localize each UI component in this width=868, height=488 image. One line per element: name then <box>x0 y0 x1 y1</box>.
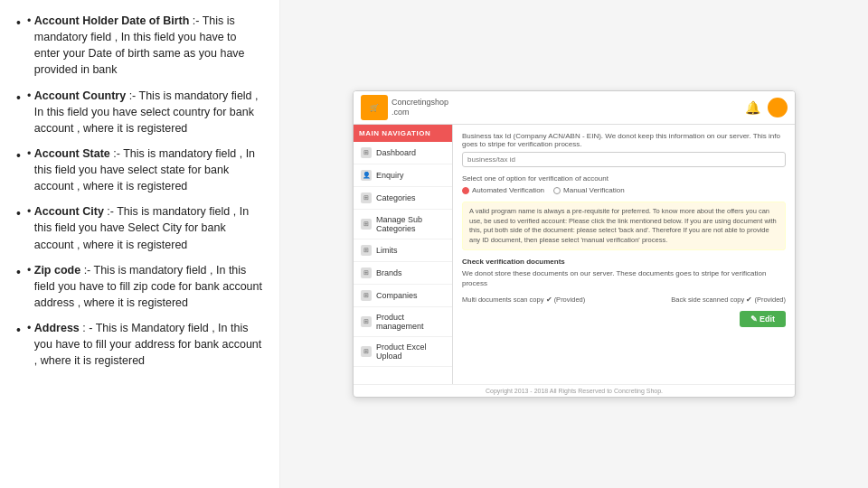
sidebar-label-brands: Brands <box>376 268 402 277</box>
list-item-text: Zip code :- This is mandatory field , In… <box>34 262 263 311</box>
sidebar-item-product-management[interactable]: ⊞ Product management <box>354 307 452 337</box>
list-item-text: Account Holder Date of Birth :- This is … <box>34 13 263 79</box>
sidebar-label-limits: Limits <box>376 246 398 255</box>
sidebar-item-manage-sub-categories[interactable]: ⊞ Manage Sub Categories <box>354 210 452 239</box>
sidebar-label-dashboard: Dashboard <box>376 148 416 157</box>
radio-group: Automated Verification Manual Verificati… <box>462 186 786 194</box>
bold-label-address: Address <box>34 322 80 334</box>
check-docs-title: Check verification documents <box>462 258 786 266</box>
bullet-list: • Account Holder Date of Birth :- This i… <box>16 13 263 369</box>
radio-manual[interactable]: Manual Verification <box>553 186 625 194</box>
topbar-right: 🔔 <box>745 98 788 117</box>
list-item-city: • Account City :- This is mandatory fiel… <box>16 203 263 252</box>
alert-text: A valid program name is always a pre-req… <box>469 207 777 244</box>
bullet-marker: • <box>27 203 34 220</box>
sidebar-label-companies: Companies <box>376 291 418 300</box>
bullet-marker: • <box>27 13 34 29</box>
logo-line1: Concretingshop <box>392 98 448 108</box>
bullet-marker: • <box>27 262 34 278</box>
docs-grid: Multi documents scan copy ✔ (Provided) B… <box>462 296 786 304</box>
doc1-item: Multi documents scan copy ✔ (Provided) <box>462 296 585 304</box>
bell-icon[interactable]: 🔔 <box>745 100 760 115</box>
dashboard-icon: ⊞ <box>361 147 372 158</box>
sidebar-label-product-excel: Product Excel Upload <box>376 343 445 361</box>
left-panel: • Account Holder Date of Birth :- This i… <box>0 0 280 488</box>
list-item-text: Account State :- This is mandatory field… <box>34 145 263 194</box>
sidebar-label-product-mgmt: Product management <box>376 313 445 331</box>
list-item-country: • Account Country :- This is mandatory f… <box>16 88 263 136</box>
doc2-text: Back side scanned copy ✔ (Provided) <box>671 296 786 304</box>
list-item-text: Address : - This is Mandatory field , In… <box>34 320 263 369</box>
sidebar-label-manage-sub: Manage Sub Categories <box>376 215 445 233</box>
edit-btn-row: ✎ Edit <box>462 311 786 327</box>
bullet-marker: • <box>27 88 34 104</box>
sub-categories-icon: ⊞ <box>361 219 372 230</box>
list-item-text: Account City :- This is mandatory field … <box>34 203 263 252</box>
list-item-state: • Account State :- This is mandatory fie… <box>16 145 263 194</box>
bullet-marker: • <box>27 145 34 162</box>
sidebar-item-brands[interactable]: ⊞ Brands <box>354 262 452 285</box>
list-item-text: Account Country :- This is mandatory fie… <box>34 88 263 136</box>
radio-circle-manual <box>553 187 561 194</box>
brands-icon: ⊞ <box>361 267 372 278</box>
bold-label-zip: Zip code <box>34 264 80 277</box>
list-item-zip: • Zip code :- This is mandatory field , … <box>16 262 263 311</box>
sidebar-item-companies[interactable]: ⊞ Companies <box>354 285 452 307</box>
bold-label-country: Account Country <box>34 89 126 102</box>
sidebar-item-dashboard[interactable]: ⊞ Dashboard <box>354 142 452 164</box>
companies-icon: ⊞ <box>361 290 372 301</box>
categories-icon: ⊞ <box>361 192 372 203</box>
browser-mockup: 🛒 Concretingshop .com 🔔 <box>353 90 796 398</box>
alert-box: A valid program name is always a pre-req… <box>462 202 786 250</box>
edit-button[interactable]: ✎ Edit <box>740 311 787 327</box>
business-tax-input[interactable] <box>462 152 786 167</box>
enquiry-icon: 👤 <box>361 170 372 181</box>
mockup-footer: Copyright 2013 - 2018 All Rights Reserve… <box>354 384 795 397</box>
avatar[interactable] <box>768 98 788 117</box>
bold-label-city: Account City <box>34 205 104 218</box>
sidebar-item-categories[interactable]: ⊞ Categories <box>354 187 452 210</box>
sidebar-item-limits[interactable]: ⊞ Limits <box>354 239 452 262</box>
logo-text: Concretingshop .com <box>392 98 448 117</box>
mockup-logo: 🛒 Concretingshop .com <box>361 95 448 120</box>
no-store-text: We donot store these documents on our se… <box>462 268 786 288</box>
doc1-text: Multi documents scan copy ✔ (Provided) <box>462 296 585 304</box>
radio-label-manual: Manual Verification <box>563 186 625 194</box>
mockup-body: MAIN NAVIGATION ⊞ Dashboard 👤 Enquiry ⊞ … <box>354 125 795 384</box>
mockup-main-content: Business tax Id (Company ACN/ABN - EIN).… <box>453 125 795 384</box>
mockup-topbar: 🛒 Concretingshop .com 🔔 <box>354 91 795 125</box>
bold-label-dob: Account Holder Date of Birth <box>34 14 190 27</box>
sidebar-item-product-excel[interactable]: ⊞ Product Excel Upload <box>354 337 452 367</box>
main-container: • Account Holder Date of Birth :- This i… <box>0 0 868 488</box>
radio-circle-automated <box>462 187 469 194</box>
screenshot-area: 🛒 Concretingshop .com 🔔 <box>280 0 868 488</box>
logo-line2: .com <box>392 108 448 117</box>
mockup-sidebar: MAIN NAVIGATION ⊞ Dashboard 👤 Enquiry ⊞ … <box>354 125 453 384</box>
list-item-address: • Address : - This is Mandatory field , … <box>16 320 263 369</box>
sidebar-item-enquiry[interactable]: 👤 Enquiry <box>354 164 452 187</box>
bullet-marker: • <box>27 320 34 336</box>
doc2-item: Back side scanned copy ✔ (Provided) <box>671 296 786 304</box>
nav-header: MAIN NAVIGATION <box>354 125 452 142</box>
logo-icon: 🛒 <box>361 95 388 120</box>
list-item-dob: • Account Holder Date of Birth :- This i… <box>16 13 263 79</box>
product-mgmt-icon: ⊞ <box>361 316 372 327</box>
product-excel-icon: ⊞ <box>361 346 372 357</box>
radio-automated[interactable]: Automated Verification <box>462 186 544 194</box>
radio-group-label: Select one of option for verification of… <box>462 174 786 183</box>
bold-label-state: Account State <box>34 147 110 160</box>
sidebar-label-categories: Categories <box>376 193 416 202</box>
right-panel: 🛒 Concretingshop .com 🔔 <box>280 0 868 488</box>
sidebar-label-enquiry: Enquiry <box>376 171 404 180</box>
limits-icon: ⊞ <box>361 245 372 256</box>
field-label: Business tax Id (Company ACN/ABN - EIN).… <box>462 132 786 148</box>
radio-label-automated: Automated Verification <box>472 186 544 194</box>
